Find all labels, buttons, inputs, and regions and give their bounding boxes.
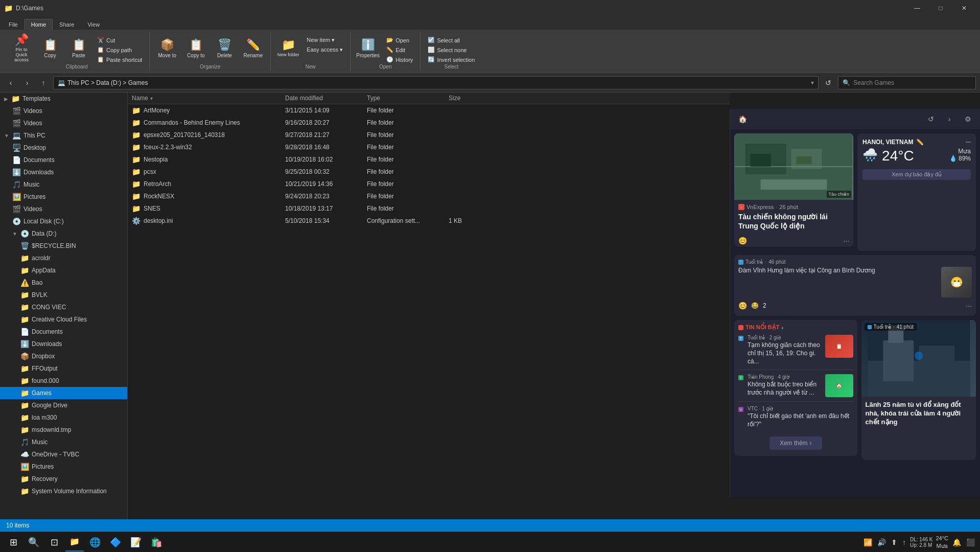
properties-button[interactable]: ℹ️ Properties	[355, 34, 381, 62]
side-more-button[interactable]: ···	[966, 302, 972, 310]
volume-icon[interactable]: 🔊	[876, 537, 887, 547]
side-like-button[interactable]: 😊	[738, 302, 747, 310]
sidebar-item-loa-m300[interactable]: 📁 loa m300	[0, 411, 127, 424]
news-settings-button[interactable]: ⚙	[961, 112, 975, 126]
tab-view[interactable]: View	[81, 19, 106, 30]
taskbar-explorer[interactable]: 📁	[65, 533, 84, 551]
side-laughing-icon[interactable]: 😂	[751, 302, 759, 309]
sidebar-item-google-drive[interactable]: 📁 Google Drive	[0, 399, 127, 411]
sidebar-item-found000[interactable]: 📁 found.000	[0, 375, 127, 387]
up-arrow-icon[interactable]: ↑	[901, 537, 907, 547]
invert-selection-button[interactable]: 🔄 Invert selection	[425, 55, 478, 64]
tab-share[interactable]: Share	[53, 19, 81, 30]
home-button[interactable]: 🏠	[735, 112, 750, 126]
copy-to-button[interactable]: 📋 Copy to	[182, 34, 209, 62]
news-list-item-2[interactable]: T Tiền Phong · 4 giờ Không bắt buộc treo…	[738, 374, 853, 402]
sidebar-item-ffoutput[interactable]: 📁 FFOutput	[0, 362, 127, 375]
start-button[interactable]: ⊞	[4, 533, 22, 551]
sidebar-item-data-d[interactable]: ▼ 💿 Data (D:)	[0, 227, 127, 240]
sidebar-item-system-vol[interactable]: 📁 System Volume Information	[0, 485, 127, 497]
table-row[interactable]: 📁 SNES 10/18/2019 13:17 File folder	[128, 202, 730, 215]
notification-icon[interactable]: 🔔	[951, 537, 962, 547]
history-button[interactable]: 🕐 History	[383, 55, 416, 64]
sidebar-item-games[interactable]: 📁 Games	[0, 387, 127, 399]
up-button[interactable]: ↑	[37, 76, 50, 89]
select-none-button[interactable]: ⬜ Select none	[425, 45, 478, 54]
search-box[interactable]: 🔍 Search Games	[838, 76, 976, 89]
new-folder-button[interactable]: 📁 New folder	[275, 34, 301, 62]
sidebar-item-videos2[interactable]: 🎬 Videos	[0, 117, 127, 129]
close-button[interactable]: ✕	[952, 0, 976, 16]
col-type-header[interactable]: Type	[367, 95, 449, 102]
sidebar-item-msdownld[interactable]: 📁 msdownld.tmp	[0, 424, 127, 436]
paste-shortcut-button[interactable]: 📋 Paste shortcut	[94, 55, 145, 64]
pin-to-quick-access-button[interactable]: 📌 Pin to Quick access	[8, 34, 35, 62]
table-row[interactable]: 📁 epsxe205_20170216_140318 9/27/2018 21:…	[128, 129, 730, 141]
col-date-header[interactable]: Date modified	[285, 95, 367, 102]
action-center-icon[interactable]: ⬛	[965, 537, 976, 547]
back-button[interactable]: ‹	[4, 76, 17, 89]
see-more-button[interactable]: Xem thêm ›	[769, 436, 822, 450]
taskbar-word[interactable]: 📝	[127, 533, 145, 551]
table-row[interactable]: 📁 Nestopia 10/19/2018 16:02 File folder	[128, 153, 730, 166]
taskbar-edge[interactable]: 🔷	[106, 533, 125, 551]
sidebar-item-onedrive[interactable]: ☁️ OneDrive - TVBC	[0, 448, 127, 461]
sidebar-item-documents2[interactable]: 📄 Documents	[0, 326, 127, 338]
sidebar-item-appdata[interactable]: 📁 AppData	[0, 264, 127, 277]
sidebar-item-recovery[interactable]: 📁 Recovery	[0, 473, 127, 485]
table-row[interactable]: 📁 Commandos - Behind Enemy Lines 9/16/20…	[128, 117, 730, 129]
col-name-header[interactable]: Name ▾	[132, 95, 285, 102]
table-row[interactable]: 📁 fceux-2.2.3-win32 9/28/2018 16:48 File…	[128, 141, 730, 153]
taskbar-browser[interactable]: 🌐	[86, 533, 104, 551]
rename-button[interactable]: ✏️ Rename	[240, 34, 266, 62]
sidebar-item-cong-viec[interactable]: 📁 CONG VIEC	[0, 301, 127, 313]
table-row[interactable]: 📁 ArtMoney 3/11/2015 14:09 File folder	[128, 104, 730, 117]
tnb-arrow[interactable]: ›	[782, 325, 784, 331]
taskbar-store[interactable]: 🛍️	[147, 533, 166, 551]
edit-button[interactable]: ✏️ Edit	[383, 45, 416, 54]
move-to-button[interactable]: 📦 Move to	[154, 34, 180, 62]
side-article-card[interactable]: T Tuổi trẻ · 46 phút Đàm Vĩnh Hưng làm v…	[734, 255, 976, 316]
sidebar-item-music2[interactable]: 🎵 Music	[0, 436, 127, 448]
news-list-item-3[interactable]: V VTC · 1 giờ "Tôi chỉ biết gào thét 'an…	[738, 406, 853, 432]
col-size-header[interactable]: Size	[449, 95, 489, 102]
clock[interactable]: 24°C Mưa	[936, 535, 948, 549]
table-row[interactable]: ⚙️ desktop.ini 5/10/2018 15:34 Configura…	[128, 215, 730, 227]
like-button[interactable]: 😊	[738, 237, 747, 245]
sidebar-item-music[interactable]: 🎵 Music	[0, 178, 127, 191]
paste-button[interactable]: 📋 Paste	[65, 34, 92, 62]
easy-access-button[interactable]: Easy access ▾	[304, 45, 346, 54]
open-button[interactable]: 📂 Open	[383, 36, 416, 44]
sidebar-item-bao[interactable]: ⚠️ Bao	[0, 277, 127, 289]
sidebar-item-pictures[interactable]: 🖼️ Pictures	[0, 191, 127, 203]
minimize-button[interactable]: —	[905, 0, 929, 16]
cut-button[interactable]: ✂️ Cut	[94, 36, 145, 44]
select-all-button[interactable]: ☑️ Select all	[425, 36, 478, 44]
sidebar-item-local-disk-c[interactable]: 💿 Local Disk (C:)	[0, 215, 127, 227]
sidebar-item-bvlk[interactable]: 📁 BVLK	[0, 289, 127, 301]
news-next-button[interactable]: ›	[942, 112, 956, 126]
sidebar-item-this-pc[interactable]: ▼ 💻 This PC	[0, 129, 127, 142]
sidebar-item-srecycle[interactable]: 🗑️ $RECYCLE.BIN	[0, 240, 127, 252]
forward-button[interactable]: ›	[20, 76, 34, 89]
sidebar-item-videos3[interactable]: 🎬 Videos	[0, 203, 127, 215]
delete-button[interactable]: 🗑️ Delete	[211, 34, 238, 62]
sidebar-item-desktop[interactable]: 🖥️ Desktop	[0, 142, 127, 154]
sidebar-item-dropbox[interactable]: 📦 Dropbox	[0, 350, 127, 362]
sidebar-item-pictures2[interactable]: 🖼️ Pictures	[0, 461, 127, 473]
tab-file[interactable]: File	[2, 19, 25, 30]
table-row[interactable]: 📁 pcsx 9/25/2018 00:32 File folder	[128, 166, 730, 178]
news-refresh-button[interactable]: ↺	[924, 112, 938, 126]
copy-path-button[interactable]: 📋 Copy path	[94, 45, 145, 54]
sidebar-item-downloads[interactable]: ⬇️ Downloads	[0, 166, 127, 178]
sidebar-item-documents[interactable]: 📄 Documents	[0, 154, 127, 166]
search-taskbar-button[interactable]: 🔍	[25, 533, 43, 551]
edit-location-icon[interactable]: ✏️	[916, 139, 924, 146]
breadcrumb[interactable]: 💻 This PC > Data (D:) > Games ▾	[53, 76, 819, 89]
more-button[interactable]: ···	[843, 237, 849, 245]
news-list-item-1[interactable]: T Tuổi trẻ · 2 giờ Tạm không giãn cách t…	[738, 335, 853, 370]
weather-forecast-button[interactable]: Xem dự báo đầy đủ	[862, 169, 971, 180]
new-item-button[interactable]: New item ▾	[304, 36, 346, 44]
table-row[interactable]: 📁 RetroArch 10/21/2019 14:36 File folder	[128, 178, 730, 190]
main-article-card[interactable]: Tàu chiến V VnExpress · 26 phút Tàu chiế…	[734, 133, 853, 247]
